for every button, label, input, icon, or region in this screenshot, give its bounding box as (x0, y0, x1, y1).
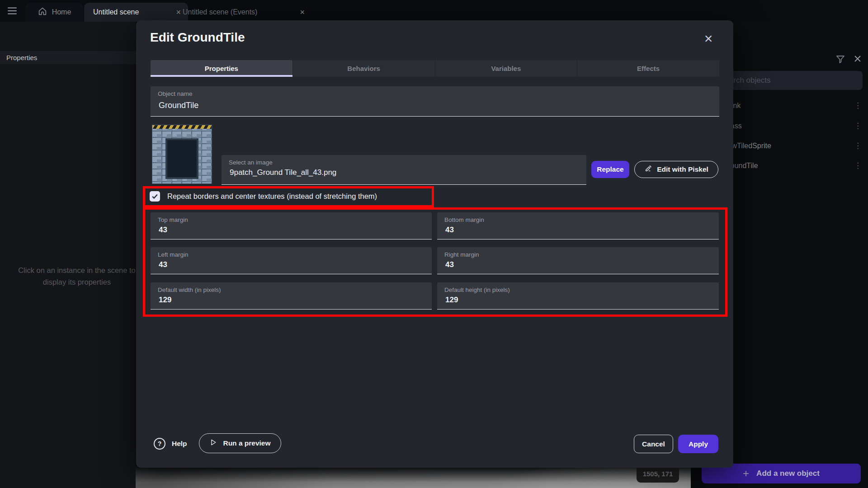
default-height-label: Default height (in pixels) (444, 286, 510, 293)
tab-untitled-scene[interactable]: Untitled scene × (84, 3, 188, 22)
tab-untitled-scene-label: Untitled scene (93, 8, 139, 16)
top-margin-input[interactable] (158, 225, 399, 235)
search-objects-field (712, 71, 863, 90)
kebab-menu-icon[interactable]: ⋮ (854, 116, 862, 136)
properties-empty-message-line1: Click on an instance in the scene to (0, 264, 154, 276)
object-name-label: Object name (158, 90, 193, 97)
top-margin-field: Top margin (151, 212, 432, 239)
edit-with-piskel-label: Edit with Piskel (657, 165, 708, 174)
repeat-borders-checkbox-row[interactable]: Repeat borders and center textures (inst… (150, 190, 377, 202)
object-name-field: Object name (151, 86, 719, 117)
right-margin-label: Right margin (444, 251, 479, 258)
close-panel-icon[interactable] (852, 53, 864, 65)
repeat-borders-checkbox-label: Repeat borders and center textures (inst… (167, 192, 377, 201)
run-preview-button[interactable]: Run a preview (199, 433, 281, 453)
help-button[interactable]: ? Help (154, 437, 187, 450)
scene-canvas[interactable] (136, 465, 691, 488)
add-new-object-label: Add a new object (756, 469, 820, 478)
dialog-tab-bar: Properties Behaviors Variables Effects (151, 60, 719, 77)
kebab-menu-icon[interactable]: ⋮ (854, 136, 862, 156)
default-height-field: Default height (in pixels) (437, 282, 719, 310)
tab-behaviors[interactable]: Behaviors (292, 60, 435, 77)
right-margin-input[interactable] (444, 260, 686, 270)
default-width-input[interactable] (158, 295, 399, 305)
bottom-margin-label: Bottom margin (444, 216, 484, 223)
image-selector-field: Select an image (222, 155, 586, 185)
close-dialog-icon[interactable]: × (700, 30, 717, 47)
properties-panel-header: Properties (0, 51, 142, 64)
tab-variables[interactable]: Variables (435, 60, 577, 77)
help-label: Help (172, 440, 187, 448)
dialog-title: Edit GroundTile (150, 30, 245, 45)
left-margin-label: Left margin (158, 251, 189, 258)
checkbox-checked-icon[interactable] (150, 191, 160, 202)
edit-groundtile-dialog: Edit GroundTile × Properties Behaviors V… (136, 20, 733, 468)
gdevelop-editor: Home Untitled scene × Untitled scene (Ev… (0, 0, 868, 488)
tab-untitled-scene-events-label: Untitled scene (Events) (183, 8, 257, 16)
kebab-menu-icon[interactable]: ⋮ (854, 95, 862, 116)
tab-home[interactable]: Home (25, 3, 83, 22)
left-margin-input[interactable] (158, 260, 399, 270)
edit-with-piskel-button[interactable]: Edit with Piskel (634, 161, 718, 178)
tab-properties[interactable]: Properties (151, 60, 292, 77)
replace-image-button[interactable]: Replace (591, 161, 629, 178)
properties-empty-message: Click on an instance in the scene to dis… (0, 264, 154, 288)
kebab-menu-icon[interactable]: ⋮ (854, 155, 862, 176)
default-width-field: Default width (in pixels) (151, 282, 432, 310)
close-tab-icon[interactable]: × (299, 8, 306, 17)
search-objects-input[interactable] (712, 71, 863, 90)
tab-untitled-scene-events[interactable]: Untitled scene (Events) × (175, 3, 312, 22)
home-icon (38, 6, 47, 18)
plus-icon: + (743, 468, 749, 479)
tab-home-label: Home (52, 8, 71, 16)
hamburger-menu-icon[interactable] (6, 5, 19, 17)
cancel-button[interactable]: Cancel (634, 435, 673, 453)
bottom-margin-input[interactable] (444, 225, 686, 235)
bottom-margin-field: Bottom margin (437, 212, 719, 239)
pencil-icon (644, 164, 652, 174)
default-height-input[interactable] (444, 295, 686, 305)
properties-empty-message-line2: display its properties (0, 276, 154, 288)
right-margin-field: Right margin (437, 247, 719, 274)
default-width-label: Default width (in pixels) (158, 286, 221, 293)
image-selector-label: Select an image (229, 159, 273, 166)
play-icon (209, 438, 217, 448)
left-margin-field: Left margin (151, 247, 432, 274)
help-icon: ? (154, 438, 165, 450)
tab-effects[interactable]: Effects (577, 60, 719, 77)
object-name-input[interactable] (158, 100, 643, 111)
top-margin-label: Top margin (158, 216, 188, 223)
tile-image-thumbnail (152, 125, 212, 184)
filter-icon[interactable] (835, 54, 847, 66)
top-bar: Home Untitled scene × Untitled scene (Ev… (0, 0, 868, 22)
image-filename-input[interactable] (229, 168, 541, 178)
run-preview-label: Run a preview (223, 439, 270, 447)
apply-button[interactable]: Apply (678, 435, 718, 453)
properties-panel: Properties Click on an instance in the s… (0, 22, 136, 488)
